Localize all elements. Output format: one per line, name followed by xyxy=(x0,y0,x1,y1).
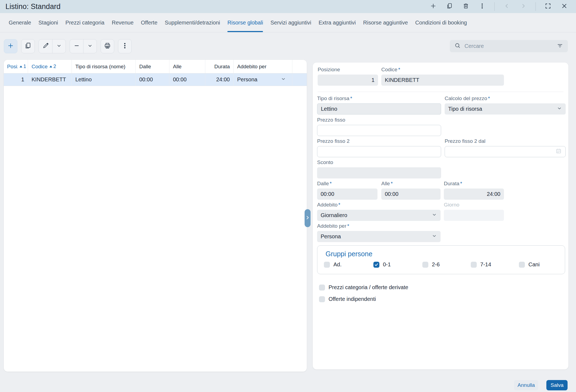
tab-offerte[interactable]: Offerte xyxy=(141,13,157,32)
table-row[interactable]: 1 KINDERBETT Lettino 00:00 00:00 24:00 P… xyxy=(4,73,307,86)
remove-row-split-button xyxy=(70,39,97,53)
alle-input[interactable]: 00:00 xyxy=(381,189,441,200)
chevron-left-icon xyxy=(504,3,510,10)
tab-bar: Generale Stagioni Prezzi categoria Reven… xyxy=(0,13,576,32)
prezzo-fisso-label: Prezzo fisso xyxy=(317,117,441,123)
remove-row-button[interactable] xyxy=(70,39,83,53)
search-input[interactable] xyxy=(464,43,556,49)
column-header-alle[interactable]: Alle xyxy=(169,60,205,73)
add-button[interactable] xyxy=(429,2,437,11)
add-icon xyxy=(7,42,14,50)
posizione-label: Posizione xyxy=(318,67,378,73)
tab-servizi-aggiuntivi[interactable]: Servizi aggiuntivi xyxy=(270,13,311,32)
tab-stagioni[interactable]: Stagioni xyxy=(38,13,58,32)
codice-input[interactable]: KINDERBETT xyxy=(381,75,504,86)
prezzo-fisso-2-label: Prezzo fisso 2 xyxy=(317,138,441,144)
chevron-down-icon xyxy=(56,43,62,50)
chevron-down-icon xyxy=(432,233,437,240)
addebito-per-label: Addebito per* xyxy=(317,223,441,229)
tab-condizioni-di-booking[interactable]: Condizioni di booking xyxy=(415,13,467,32)
checkbox-7-14[interactable]: 7-14 xyxy=(471,261,491,268)
save-button[interactable]: Salva xyxy=(546,380,568,390)
more-button[interactable] xyxy=(478,2,486,11)
tipo-di-risorsa-input[interactable]: Lettino xyxy=(317,103,441,115)
calendar-icon[interactable] xyxy=(555,148,562,156)
chevron-down-icon xyxy=(87,43,93,50)
column-header-posizione[interactable]: Posiz. 1 xyxy=(4,60,28,73)
tab-risorse-globali[interactable]: Risorse globali xyxy=(227,13,263,32)
column-header-durata[interactable]: Durata xyxy=(205,60,234,73)
next-record-button xyxy=(519,2,527,11)
toolbar-buttons xyxy=(0,39,132,53)
edit-options-button[interactable] xyxy=(52,39,66,53)
tab-revenue[interactable]: Revenue xyxy=(112,13,134,32)
print-button[interactable] xyxy=(101,39,114,53)
posizione-input[interactable]: 1 xyxy=(318,75,378,86)
prezzo-fisso-2-input[interactable] xyxy=(317,146,441,157)
prezzo-fisso-2-dal-input[interactable] xyxy=(445,146,566,157)
sconto-input[interactable] xyxy=(317,167,441,178)
row-cell-dalle: 00:00 xyxy=(136,73,169,86)
dalle-input[interactable]: 00:00 xyxy=(317,189,377,200)
row-cell-posizione: 1 xyxy=(4,73,28,86)
delete-button[interactable] xyxy=(462,2,470,11)
close-button[interactable] xyxy=(560,2,568,11)
panel-collapse-handle[interactable] xyxy=(305,209,311,227)
fullscreen-button[interactable] xyxy=(544,2,552,11)
footer-actions: Annulla Salva xyxy=(514,380,568,390)
chevron-right-icon xyxy=(306,215,309,221)
add-row-button[interactable] xyxy=(4,39,17,53)
add-icon xyxy=(430,3,436,10)
tab-generale[interactable]: Generale xyxy=(9,13,31,32)
checkbox-ad[interactable]: Ad. xyxy=(324,261,342,268)
minus-icon xyxy=(73,42,80,50)
resource-detail-form: Posizione 1 Codice* KINDERBETT Tipo di r… xyxy=(313,63,568,369)
checkbox-offerte-indipendenti[interactable]: Offerte indipendenti xyxy=(319,296,376,302)
column-header-addebito-per[interactable]: Addebito per xyxy=(234,60,292,73)
tab-extra-aggiuntivi[interactable]: Extra aggiuntivi xyxy=(319,13,356,32)
addebito-per-select[interactable]: Persona xyxy=(317,231,441,242)
checkbox-cani[interactable]: Cani xyxy=(519,261,540,268)
giorno-input xyxy=(444,210,504,221)
edit-row-split-button xyxy=(39,39,66,53)
cancel-button[interactable]: Annulla xyxy=(514,380,538,390)
checkbox-prezzi-categoria-offerte-derivate[interactable]: Prezzi categoria / offerte derivate xyxy=(319,284,408,291)
column-header-tipo[interactable]: Tipo di risorsa (nome) xyxy=(72,60,136,73)
tab-risorse-aggiuntive[interactable]: Risorse aggiuntive xyxy=(363,13,408,32)
column-header-spacer xyxy=(292,60,307,73)
calcolo-del-prezzo-select[interactable]: Tipo di risorsa xyxy=(445,103,566,115)
row-cell-durata: 24:00 xyxy=(205,73,234,86)
table-more-button[interactable] xyxy=(118,39,132,53)
titlebar-actions xyxy=(429,2,576,11)
chevron-down-icon xyxy=(281,76,286,83)
prezzo-fisso-input[interactable] xyxy=(317,125,441,136)
filter-icon[interactable] xyxy=(556,42,563,50)
print-icon xyxy=(104,42,111,50)
kebab-icon xyxy=(121,42,128,50)
tab-supplementi-detrazioni[interactable]: Supplementi/detrazioni xyxy=(165,13,220,32)
chevron-down-icon xyxy=(432,212,437,219)
prev-record-button xyxy=(503,2,511,11)
column-header-codice[interactable]: Codice 2 xyxy=(28,60,72,73)
duplicate-icon xyxy=(446,3,453,10)
page-title: Listino: Standard xyxy=(5,2,61,11)
kebab-icon xyxy=(479,3,485,10)
tab-prezzi-categoria[interactable]: Prezzi categoria xyxy=(66,13,104,32)
checkbox-unchecked-icon xyxy=(319,296,325,302)
durata-input[interactable]: 24:00 xyxy=(444,189,504,200)
duplicate-row-button[interactable] xyxy=(21,39,35,53)
close-icon xyxy=(561,3,568,10)
chevron-down-icon xyxy=(557,106,562,112)
checkbox-0-1[interactable]: 0-1 xyxy=(373,261,391,268)
edit-row-button[interactable] xyxy=(39,39,52,53)
remove-options-button[interactable] xyxy=(83,39,97,53)
row-cell-addebito-per-dropdown[interactable]: Persona xyxy=(234,73,292,86)
column-header-dalle[interactable]: Dalle xyxy=(136,60,169,73)
duplicate-button[interactable] xyxy=(445,2,454,11)
prezzo-fisso-2-dal-label: Prezzo fisso 2 dal xyxy=(445,138,566,144)
checkbox-2-6[interactable]: 2-6 xyxy=(422,261,440,268)
titlebar-separator xyxy=(494,2,495,11)
tipo-di-risorsa-label: Tipo di risorsa* xyxy=(317,95,441,101)
addebito-select[interactable]: Giornaliero xyxy=(317,210,441,221)
alle-label: Alle* xyxy=(381,181,441,187)
